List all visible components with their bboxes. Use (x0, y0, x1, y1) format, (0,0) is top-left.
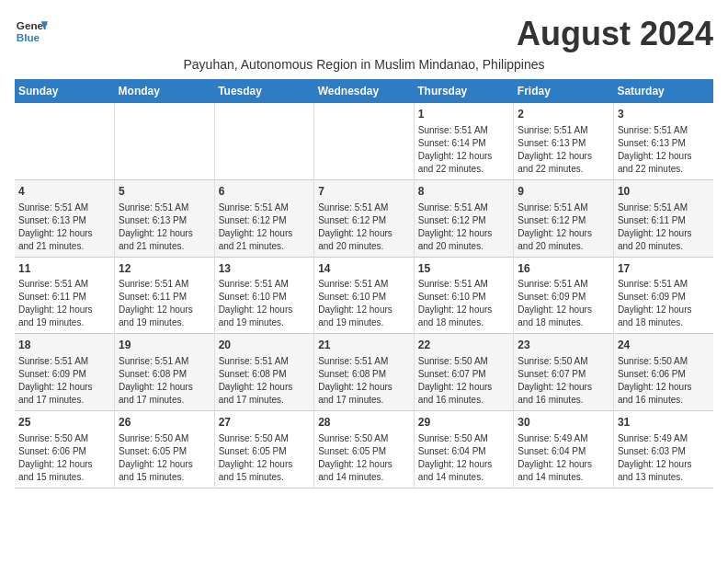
day-info: Sunrise: 5:51 AM Sunset: 6:13 PM Dayligh… (618, 124, 710, 176)
day-cell: 20Sunrise: 5:51 AM Sunset: 6:08 PM Dayli… (214, 334, 314, 411)
day-cell: 31Sunrise: 5:49 AM Sunset: 6:03 PM Dayli… (613, 411, 713, 488)
day-cell: 13Sunrise: 5:51 AM Sunset: 6:10 PM Dayli… (214, 257, 314, 334)
day-cell: 22Sunrise: 5:50 AM Sunset: 6:07 PM Dayli… (414, 334, 514, 411)
day-number: 27 (219, 415, 311, 431)
day-number: 1 (418, 107, 510, 122)
day-cell: 23Sunrise: 5:50 AM Sunset: 6:07 PM Dayli… (514, 334, 614, 411)
day-info: Sunrise: 5:50 AM Sunset: 6:05 PM Dayligh… (318, 432, 410, 484)
day-number: 4 (18, 184, 110, 200)
day-number: 12 (119, 261, 210, 277)
day-cell: 4Sunrise: 5:51 AM Sunset: 6:13 PM Daylig… (15, 179, 115, 257)
day-info: Sunrise: 5:51 AM Sunset: 6:14 PM Dayligh… (418, 124, 510, 176)
day-cell: 7Sunrise: 5:51 AM Sunset: 6:12 PM Daylig… (314, 179, 415, 257)
day-number: 9 (518, 184, 609, 200)
day-info: Sunrise: 5:50 AM Sunset: 6:07 PM Dayligh… (418, 355, 510, 407)
day-cell: 3Sunrise: 5:51 AM Sunset: 6:13 PM Daylig… (613, 103, 713, 179)
day-number: 7 (318, 184, 410, 200)
day-number: 31 (618, 415, 710, 431)
day-cell (115, 103, 215, 179)
day-info: Sunrise: 5:50 AM Sunset: 6:06 PM Dayligh… (618, 355, 710, 407)
day-number: 15 (418, 261, 510, 277)
day-info: Sunrise: 5:50 AM Sunset: 6:05 PM Dayligh… (219, 432, 311, 484)
day-number: 13 (219, 261, 311, 277)
day-cell: 11Sunrise: 5:51 AM Sunset: 6:11 PM Dayli… (15, 257, 115, 334)
day-number: 29 (418, 415, 510, 431)
day-number: 6 (219, 184, 311, 200)
day-info: Sunrise: 5:49 AM Sunset: 6:03 PM Dayligh… (618, 432, 710, 484)
day-cell: 30Sunrise: 5:49 AM Sunset: 6:04 PM Dayli… (514, 411, 614, 488)
day-cell: 19Sunrise: 5:51 AM Sunset: 6:08 PM Dayli… (115, 334, 215, 411)
week-row-3: 11Sunrise: 5:51 AM Sunset: 6:11 PM Dayli… (15, 257, 713, 334)
weekday-header-sunday: Sunday (15, 79, 115, 103)
day-number: 23 (518, 338, 609, 353)
calendar-body: 1Sunrise: 5:51 AM Sunset: 6:14 PM Daylig… (15, 103, 713, 488)
weekday-header-saturday: Saturday (613, 79, 713, 103)
day-number: 14 (318, 261, 410, 277)
day-info: Sunrise: 5:51 AM Sunset: 6:09 PM Dayligh… (618, 278, 710, 329)
week-row-5: 25Sunrise: 5:50 AM Sunset: 6:06 PM Dayli… (15, 411, 713, 488)
weekday-header-friday: Friday (514, 79, 614, 103)
day-number: 24 (618, 338, 710, 353)
calendar-header: SundayMondayTuesdayWednesdayThursdayFrid… (15, 79, 713, 103)
day-number: 3 (618, 107, 710, 122)
day-cell: 21Sunrise: 5:51 AM Sunset: 6:08 PM Dayli… (314, 334, 415, 411)
day-number: 26 (119, 415, 210, 431)
day-number: 8 (418, 184, 510, 200)
day-number: 11 (18, 261, 110, 277)
day-info: Sunrise: 5:51 AM Sunset: 6:08 PM Dayligh… (318, 355, 410, 407)
day-info: Sunrise: 5:51 AM Sunset: 6:12 PM Dayligh… (318, 201, 410, 253)
day-info: Sunrise: 5:51 AM Sunset: 6:13 PM Dayligh… (119, 201, 210, 253)
day-cell: 29Sunrise: 5:50 AM Sunset: 6:04 PM Dayli… (414, 411, 514, 488)
day-number: 20 (219, 338, 311, 353)
day-info: Sunrise: 5:51 AM Sunset: 6:11 PM Dayligh… (18, 278, 110, 329)
calendar-table: SundayMondayTuesdayWednesdayThursdayFrid… (15, 79, 713, 488)
weekday-header-monday: Monday (115, 79, 215, 103)
day-info: Sunrise: 5:51 AM Sunset: 6:13 PM Dayligh… (18, 201, 110, 253)
day-cell: 10Sunrise: 5:51 AM Sunset: 6:11 PM Dayli… (613, 179, 713, 257)
day-number: 5 (119, 184, 210, 200)
day-cell: 25Sunrise: 5:50 AM Sunset: 6:06 PM Dayli… (15, 411, 115, 488)
day-cell: 28Sunrise: 5:50 AM Sunset: 6:05 PM Dayli… (314, 411, 415, 488)
day-info: Sunrise: 5:51 AM Sunset: 6:08 PM Dayligh… (119, 355, 210, 407)
day-cell: 8Sunrise: 5:51 AM Sunset: 6:12 PM Daylig… (414, 179, 514, 257)
header: General Blue General Blue August 2024 (15, 15, 713, 53)
day-cell: 15Sunrise: 5:51 AM Sunset: 6:10 PM Dayli… (414, 257, 514, 334)
day-cell (15, 103, 115, 179)
week-row-1: 1Sunrise: 5:51 AM Sunset: 6:14 PM Daylig… (15, 103, 713, 179)
day-cell: 1Sunrise: 5:51 AM Sunset: 6:14 PM Daylig… (414, 103, 514, 179)
day-number: 17 (618, 261, 710, 277)
weekday-header-wednesday: Wednesday (314, 79, 415, 103)
day-number: 28 (318, 415, 410, 431)
logo: General Blue General Blue (15, 15, 48, 48)
day-info: Sunrise: 5:51 AM Sunset: 6:12 PM Dayligh… (219, 201, 311, 253)
day-cell: 12Sunrise: 5:51 AM Sunset: 6:11 PM Dayli… (115, 257, 215, 334)
day-cell (314, 103, 415, 179)
day-info: Sunrise: 5:51 AM Sunset: 6:11 PM Dayligh… (618, 201, 710, 253)
day-cell: 6Sunrise: 5:51 AM Sunset: 6:12 PM Daylig… (214, 179, 314, 257)
week-row-2: 4Sunrise: 5:51 AM Sunset: 6:13 PM Daylig… (15, 179, 713, 257)
logo-icon: General Blue (15, 15, 48, 48)
day-cell: 18Sunrise: 5:51 AM Sunset: 6:09 PM Dayli… (15, 334, 115, 411)
day-number: 2 (518, 107, 609, 122)
day-info: Sunrise: 5:49 AM Sunset: 6:04 PM Dayligh… (518, 432, 609, 484)
day-number: 16 (518, 261, 609, 277)
month-title: August 2024 (517, 15, 713, 53)
day-info: Sunrise: 5:50 AM Sunset: 6:07 PM Dayligh… (518, 355, 609, 407)
day-cell: 16Sunrise: 5:51 AM Sunset: 6:09 PM Dayli… (514, 257, 614, 334)
day-info: Sunrise: 5:51 AM Sunset: 6:08 PM Dayligh… (219, 355, 311, 407)
day-number: 30 (518, 415, 609, 431)
day-number: 18 (18, 338, 110, 353)
day-info: Sunrise: 5:51 AM Sunset: 6:13 PM Dayligh… (518, 124, 609, 176)
location-title: Payuhan, Autonomous Region in Muslim Min… (15, 57, 713, 72)
day-cell: 5Sunrise: 5:51 AM Sunset: 6:13 PM Daylig… (115, 179, 215, 257)
day-info: Sunrise: 5:51 AM Sunset: 6:12 PM Dayligh… (518, 201, 609, 253)
day-cell: 24Sunrise: 5:50 AM Sunset: 6:06 PM Dayli… (613, 334, 713, 411)
day-cell: 26Sunrise: 5:50 AM Sunset: 6:05 PM Dayli… (115, 411, 215, 488)
day-info: Sunrise: 5:51 AM Sunset: 6:09 PM Dayligh… (18, 355, 110, 407)
day-info: Sunrise: 5:50 AM Sunset: 6:04 PM Dayligh… (418, 432, 510, 484)
week-row-4: 18Sunrise: 5:51 AM Sunset: 6:09 PM Dayli… (15, 334, 713, 411)
day-info: Sunrise: 5:51 AM Sunset: 6:09 PM Dayligh… (518, 278, 609, 329)
weekday-header-row: SundayMondayTuesdayWednesdayThursdayFrid… (15, 79, 713, 103)
day-info: Sunrise: 5:51 AM Sunset: 6:12 PM Dayligh… (418, 201, 510, 253)
weekday-header-tuesday: Tuesday (214, 79, 314, 103)
